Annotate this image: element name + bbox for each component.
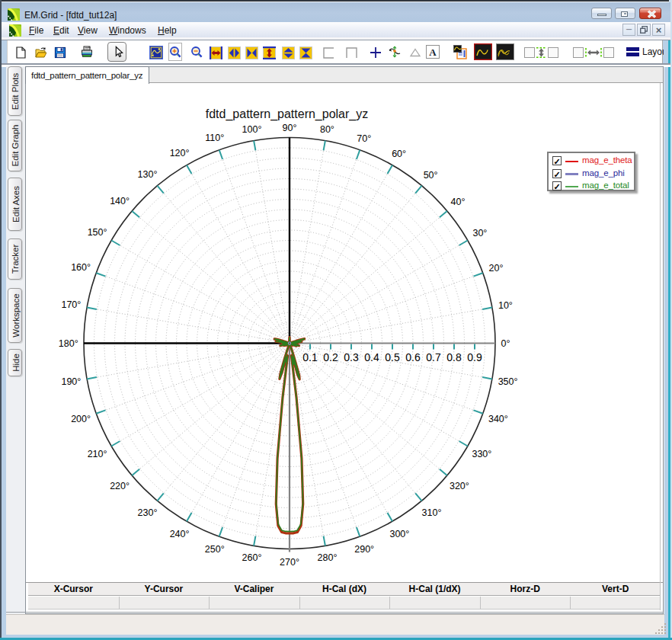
svg-text:60°: 60° xyxy=(392,149,406,159)
svg-text:300°: 300° xyxy=(389,529,409,539)
svg-text:240°: 240° xyxy=(170,529,190,539)
svg-text:270°: 270° xyxy=(280,557,299,568)
svg-text:0.8: 0.8 xyxy=(446,351,462,363)
svg-text:0.9: 0.9 xyxy=(467,351,482,363)
svg-text:150°: 150° xyxy=(88,227,107,238)
svg-text:0.2: 0.2 xyxy=(323,351,338,363)
svg-text:180°: 180° xyxy=(59,338,78,349)
svg-text:320°: 320° xyxy=(450,481,469,491)
svg-text:330°: 330° xyxy=(472,449,491,459)
svg-text:0.7: 0.7 xyxy=(426,351,441,363)
svg-text:20°: 20° xyxy=(489,263,504,274)
svg-text:0.3: 0.3 xyxy=(344,351,359,363)
svg-text:50°: 50° xyxy=(424,170,438,181)
svg-text:290°: 290° xyxy=(354,544,374,555)
svg-text:30°: 30° xyxy=(472,228,487,238)
svg-text:10°: 10° xyxy=(498,300,513,311)
svg-text:230°: 230° xyxy=(138,507,158,518)
svg-text:110°: 110° xyxy=(205,133,224,143)
svg-text:0.5: 0.5 xyxy=(385,351,400,363)
svg-text:90°: 90° xyxy=(283,123,297,133)
svg-text:210°: 210° xyxy=(88,449,107,459)
svg-text:220°: 220° xyxy=(110,481,130,491)
svg-text:200°: 200° xyxy=(71,414,91,424)
svg-text:130°: 130° xyxy=(138,169,158,180)
svg-text:340°: 340° xyxy=(488,414,508,424)
svg-text:140°: 140° xyxy=(110,196,130,206)
svg-text:190°: 190° xyxy=(61,376,81,387)
svg-text:280°: 280° xyxy=(318,552,338,563)
svg-text:160°: 160° xyxy=(71,262,91,273)
svg-text:0°: 0° xyxy=(501,338,510,349)
svg-text:100°: 100° xyxy=(242,124,262,135)
svg-text:0.1: 0.1 xyxy=(302,351,318,363)
svg-text:0.6: 0.6 xyxy=(405,351,421,363)
svg-text:350°: 350° xyxy=(498,376,518,387)
svg-text:250°: 250° xyxy=(205,544,225,555)
svg-text:310°: 310° xyxy=(422,507,442,518)
svg-text:0.4: 0.4 xyxy=(364,351,379,363)
svg-text:260°: 260° xyxy=(242,552,262,563)
svg-text:40°: 40° xyxy=(451,197,466,207)
svg-text:70°: 70° xyxy=(357,133,371,144)
svg-text:170°: 170° xyxy=(61,299,81,310)
svg-text:120°: 120° xyxy=(170,148,190,158)
svg-text:80°: 80° xyxy=(320,124,334,135)
svg-text:fdtd_pattern_pattern_polar_yz: fdtd_pattern_pattern_polar_yz xyxy=(206,107,368,121)
